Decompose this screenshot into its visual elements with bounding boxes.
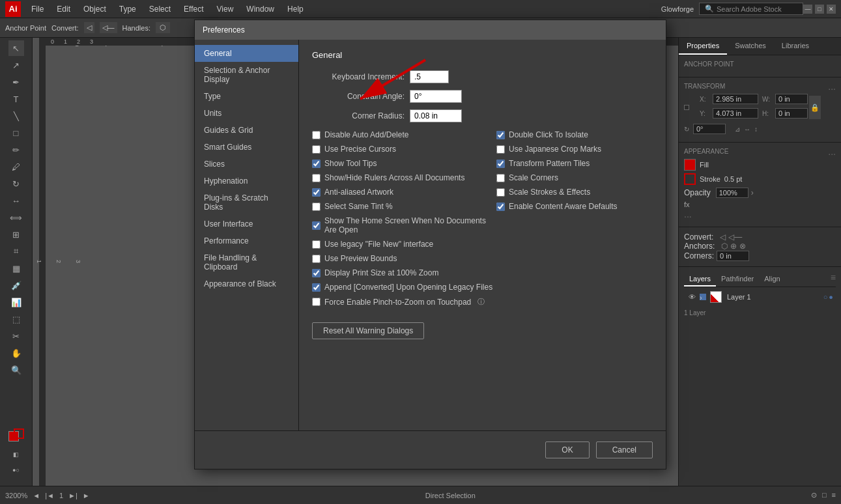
keyboard-increment-input[interactable] xyxy=(410,70,449,83)
ok-button[interactable]: OK xyxy=(545,441,589,458)
layer-expand-icon[interactable]: › xyxy=(700,294,706,300)
free-transform-tool[interactable]: ⊞ xyxy=(8,227,24,242)
status-icon-1[interactable]: ⊙ xyxy=(811,491,817,499)
mirror-tool[interactable]: ↔ xyxy=(8,193,24,208)
width-tool[interactable]: ⟺ xyxy=(8,210,24,225)
brush-tool[interactable]: ✏ xyxy=(8,142,24,158)
corners-input[interactable] xyxy=(717,251,749,261)
pen-tool[interactable]: ✒ xyxy=(8,74,24,90)
cb-append-converted-input[interactable] xyxy=(312,283,321,292)
opacity-input[interactable] xyxy=(716,188,748,198)
direct-selection-tool[interactable]: ↗ xyxy=(8,57,24,73)
color-mode-icon[interactable]: ●○ xyxy=(8,462,24,478)
status-icon-3[interactable]: ≡ xyxy=(832,491,836,499)
sidebar-item-selection[interactable]: Selection & Anchor Display xyxy=(195,62,298,88)
cb-pinch-zoom-input[interactable] xyxy=(312,298,321,306)
opacity-arrow[interactable]: › xyxy=(751,188,754,197)
sidebar-item-hyphenation[interactable]: Hyphenation xyxy=(195,173,298,189)
menu-view[interactable]: View xyxy=(212,3,239,15)
convert-icon-2[interactable]: ◁— xyxy=(100,22,117,33)
w-input[interactable] xyxy=(775,94,808,104)
constrain-angle-input[interactable] xyxy=(410,90,462,103)
minimize-button[interactable]: — xyxy=(803,5,812,14)
lock-proportions-icon[interactable]: 🔒 xyxy=(809,96,821,119)
sidebar-item-performance[interactable]: Performance xyxy=(195,232,298,249)
menu-help[interactable]: Help xyxy=(282,3,309,15)
fill-swatch[interactable] xyxy=(684,159,696,171)
tab-libraries[interactable]: Libraries xyxy=(774,38,817,55)
artboard-tool[interactable]: ⬚ xyxy=(8,311,24,327)
anchor-icon-c[interactable]: ⊗ xyxy=(739,242,746,251)
y-input[interactable] xyxy=(713,108,758,119)
hand-tool[interactable]: ✋ xyxy=(8,345,24,361)
cb-precise-cursors-input[interactable] xyxy=(312,145,321,154)
cb-scale-corners-input[interactable] xyxy=(496,174,505,182)
cb-disable-auto-add-input[interactable] xyxy=(312,131,321,139)
cb-japanese-crop-input[interactable] xyxy=(496,145,505,154)
cb-transform-pattern-input[interactable] xyxy=(496,160,505,168)
stroke-swatch[interactable] xyxy=(684,173,696,185)
x-input[interactable] xyxy=(713,94,758,104)
tab-pathfinder[interactable]: Pathfinder xyxy=(716,272,759,287)
close-button[interactable]: ✕ xyxy=(827,5,836,14)
menu-file[interactable]: File xyxy=(26,3,49,15)
convert-icon-a[interactable]: ◁ xyxy=(720,232,726,242)
selection-tool[interactable]: ↖ xyxy=(8,40,24,56)
tab-properties[interactable]: Properties xyxy=(679,38,727,55)
menu-object[interactable]: Object xyxy=(78,3,111,15)
layer-visibility-icon[interactable]: 👁 xyxy=(687,292,697,302)
flip-h-icon[interactable]: ↔ xyxy=(744,126,750,133)
fill-stroke-icon[interactable]: ◧ xyxy=(8,447,24,462)
menu-select[interactable]: Select xyxy=(144,3,176,15)
corner-radius-input[interactable] xyxy=(410,109,462,122)
nav-next[interactable]: ► xyxy=(83,492,90,499)
cb-print-size-input[interactable] xyxy=(312,269,321,277)
appearance-more-icon[interactable]: ··· xyxy=(828,148,836,159)
sidebar-item-slices[interactable]: Slices xyxy=(195,156,298,173)
transform-more-icon[interactable]: ··· xyxy=(828,83,836,94)
cb-show-hide-rulers-input[interactable] xyxy=(312,174,321,182)
reset-warnings-button[interactable]: Reset All Warning Dialogs xyxy=(312,322,424,339)
cb-scale-strokes-input[interactable] xyxy=(496,188,505,197)
status-icon-2[interactable]: □ xyxy=(822,491,827,499)
menu-effect[interactable]: Effect xyxy=(178,3,208,15)
cb-select-same-tint-input[interactable] xyxy=(312,203,321,211)
menu-window[interactable]: Window xyxy=(241,3,279,15)
layers-more-icon[interactable]: ≡ xyxy=(831,272,836,287)
effects-more-icon[interactable]: ··· xyxy=(684,211,836,221)
convert-icon-b[interactable]: ◁— xyxy=(728,232,742,242)
tab-layers[interactable]: Layers xyxy=(684,272,716,287)
anchor-icon-a[interactable]: ⬡ xyxy=(721,242,728,251)
pencil-tool[interactable]: 🖊 xyxy=(8,159,24,175)
sidebar-item-ui[interactable]: User Interface xyxy=(195,216,298,232)
nav-prev[interactable]: ◄ xyxy=(33,492,40,499)
handles-icon[interactable]: ⬡ xyxy=(156,22,170,33)
rotate-tool[interactable]: ↻ xyxy=(8,176,24,191)
sidebar-item-general[interactable]: General xyxy=(195,45,298,62)
cb-preview-bounds-input[interactable] xyxy=(312,255,321,263)
rotate-input[interactable] xyxy=(693,124,726,134)
sidebar-item-guides[interactable]: Guides & Grid xyxy=(195,122,298,139)
tab-align[interactable]: Align xyxy=(759,272,785,287)
maximize-button[interactable]: □ xyxy=(815,5,824,14)
fx-label[interactable]: fx xyxy=(684,198,836,211)
graph-tool[interactable]: 📊 xyxy=(8,294,24,310)
type-tool[interactable]: T xyxy=(8,91,24,107)
cb-show-tooltips-input[interactable] xyxy=(312,160,321,168)
sidebar-item-units[interactable]: Units xyxy=(195,105,298,122)
sidebar-item-plugins[interactable]: Plug-ins & Scratch Disks xyxy=(195,189,298,216)
sidebar-item-smart-guides[interactable]: Smart Guides xyxy=(195,139,298,156)
cancel-button[interactable]: Cancel xyxy=(596,441,653,458)
workspace-label[interactable]: Glowforge xyxy=(656,5,699,13)
cb-home-screen-input[interactable] xyxy=(312,221,321,230)
convert-icon-1[interactable]: ◁ xyxy=(84,22,94,33)
sidebar-item-appearance[interactable]: Appearance of Black xyxy=(195,275,298,292)
slice-tool[interactable]: ✂ xyxy=(8,328,24,344)
gradient-tool[interactable]: ▦ xyxy=(8,260,24,276)
shape-builder-tool[interactable]: ⌗ xyxy=(8,244,24,259)
search-box[interactable]: 🔍 Search Adobe Stock xyxy=(699,3,803,15)
rect-tool[interactable]: □ xyxy=(8,125,24,141)
h-input[interactable] xyxy=(775,108,808,119)
cb-double-click-isolate-input[interactable] xyxy=(496,131,505,139)
flip-v-icon[interactable]: ↕ xyxy=(754,126,758,133)
